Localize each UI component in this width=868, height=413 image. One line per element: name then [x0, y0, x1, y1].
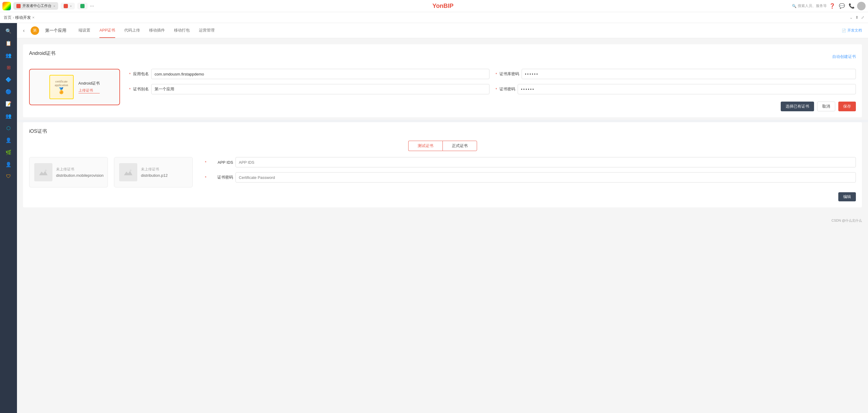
ios-content: 未上传证书 distribution.mobileprovision [29, 157, 856, 187]
dev-doc-link[interactable]: 📄 开发文档 [842, 28, 862, 33]
phone-icon[interactable]: 📞 [848, 3, 855, 9]
android-cert-row: certificateapplication 🏅 Android证书 上传证书 [29, 69, 856, 111]
android-section: Android证书 自动创建证书 certificateapplication … [23, 44, 862, 117]
required-star-certpw: * [496, 87, 497, 92]
app-ids-label: APP IDS [209, 160, 233, 165]
top-bar: 开发者中心工作台 × × ··· YonBIP 🔍 搜索人员、服务等 ❓ 💬 📞 [0, 0, 868, 12]
ios-p12-name: distribution.p12 [141, 173, 167, 178]
required-star-alias: * [129, 87, 131, 92]
ios-cert-boxes: 未上传证书 distribution.mobileprovision [29, 157, 193, 187]
edit-button[interactable]: 编辑 [838, 192, 856, 201]
nav-app-cert[interactable]: APP证书 [99, 23, 115, 38]
main-layout: 🔍 📋 👥 ⊞ 🔷 🔵 📝 👥 ⬡ 👤 🌿 👤 🛡 ‹ 第 第一个应用 端设置 … [0, 23, 868, 413]
home-tab[interactable]: 首页 [4, 15, 11, 20]
tab-3[interactable] [77, 3, 88, 9]
svg-point-0 [45, 170, 47, 171]
select-cert-button[interactable]: 选择已有证书 [781, 101, 814, 111]
message-icon[interactable]: 💬 [839, 3, 845, 9]
nav-mobile-package[interactable]: 移动打包 [174, 23, 190, 38]
android-cert-upload-box[interactable]: certificateapplication 🏅 Android证书 上传证书 [29, 69, 120, 105]
ios-cert-password-label: 证书密码 [209, 175, 233, 180]
ios-provision-info: 未上传证书 distribution.mobileprovision [56, 167, 104, 178]
top-icons: ❓ 💬 📞 [829, 3, 855, 9]
android-form-fields: * 应用包名 * 证书库密码 * [129, 69, 856, 111]
nav-mobile-plugin[interactable]: 移动插件 [149, 23, 165, 38]
app-content: ‹ 第 第一个应用 端设置 APP证书 代码上传 移动插件 移动打包 运营管理 … [17, 23, 868, 413]
tab-expand[interactable]: ⤢ [861, 15, 864, 20]
ios-cert-box-provision: 未上传证书 distribution.mobileprovision [29, 157, 108, 187]
required-star-appids: * [205, 160, 207, 165]
nav-code-upload[interactable]: 代码上传 [124, 23, 140, 38]
close-mobile-dev[interactable]: × [32, 15, 35, 20]
sidebar-grid[interactable]: 🔷 [3, 74, 14, 85]
alias-group: * 证书别名 [129, 84, 490, 94]
app-ids-input[interactable] [236, 157, 856, 167]
avatar[interactable] [857, 2, 866, 10]
dev-doc-label: 开发文档 [847, 28, 862, 33]
sidebar-apps[interactable]: ⊞ [3, 62, 14, 73]
footer: CSDN @什么北什么 [17, 216, 868, 225]
sidebar-users[interactable]: 👥 [3, 50, 14, 61]
sidebar-person[interactable]: 👤 [3, 159, 14, 170]
ios-cert-box-p12: 未上传证书 distribution.p12 [114, 157, 193, 187]
ios-tab-official[interactable]: 正式证书 [442, 141, 477, 151]
app-title: YonBIP [96, 2, 789, 9]
app-icon-text: 第 [33, 28, 37, 33]
footer-text: CSDN @什么北什么 [832, 218, 862, 222]
ios-section: iOS证书 测试证书 正式证书 [23, 122, 862, 207]
alias-input[interactable] [151, 84, 490, 94]
tab-icon-red [17, 4, 21, 8]
cert-upload-link[interactable]: 上传证书 [79, 88, 100, 93]
app-logo [2, 2, 11, 10]
ios-tabs: 测试证书 正式证书 [29, 141, 856, 151]
sidebar-person-plus[interactable]: 👤 [3, 135, 14, 146]
ios-provision-name: distribution.mobileprovision [56, 173, 104, 178]
ios-p12-info: 未上传证书 distribution.p12 [141, 167, 167, 178]
ios-tab-test[interactable]: 测试证书 [408, 141, 442, 151]
sidebar-layers[interactable]: ⬡ [3, 122, 14, 134]
tab-close-devworkbench[interactable]: × [53, 4, 55, 8]
nav-device-settings[interactable]: 端设置 [79, 23, 90, 38]
nav-items: 端设置 APP证书 代码上传 移动插件 移动打包 运营管理 [79, 23, 215, 38]
package-name-input[interactable] [151, 69, 490, 79]
mountain-icon-2 [123, 167, 133, 177]
sidebar-leaf[interactable]: 🌿 [3, 147, 14, 158]
sidebar-dashboard[interactable]: 📋 [3, 38, 14, 49]
package-name-label: 应用包名 [133, 71, 149, 77]
cert-password-label: 证书密码 [499, 86, 515, 92]
cancel-button[interactable]: 取消 [817, 101, 835, 111]
help-icon[interactable]: ❓ [829, 3, 835, 9]
tab-scroll-down[interactable]: ⌄ [849, 15, 853, 20]
tab-scroll-up[interactable]: ⬆ [855, 15, 859, 20]
sidebar-shield[interactable]: 🛡 [3, 171, 14, 182]
more-tabs[interactable]: ··· [90, 3, 94, 9]
auto-create-button[interactable]: 自动创建证书 [832, 54, 856, 59]
required-star-package: * [129, 72, 131, 77]
back-button[interactable]: ‹ [23, 28, 25, 33]
search-bar[interactable]: 🔍 搜索人员、服务等 [792, 3, 827, 8]
tab-devworkbench[interactable]: 开发者中心工作台 × [13, 2, 58, 10]
tab-2[interactable]: × [61, 3, 74, 9]
section-divider [17, 120, 868, 122]
sidebar-team[interactable]: 👥 [3, 110, 14, 121]
android-form-actions: 选择已有证书 取消 保存 [129, 101, 856, 111]
required-star-ios-certpw: * [205, 175, 207, 180]
tab-arrows: ⌄ ⬆ ⤢ [849, 15, 864, 20]
android-section-header: Android证书 自动创建证书 [29, 50, 856, 63]
save-button[interactable]: 保存 [838, 101, 856, 111]
app-ids-group: * APP IDS [205, 157, 856, 167]
app-header: ‹ 第 第一个应用 端设置 APP证书 代码上传 移动插件 移动打包 运营管理 … [17, 23, 868, 38]
sidebar-list[interactable]: 📝 [3, 98, 14, 109]
tab-close-2[interactable]: × [70, 4, 71, 8]
cert-password-group: * 证书密码 [496, 84, 856, 94]
keystore-password-input[interactable] [522, 69, 856, 79]
mobile-dev-tab[interactable]: 移动开发 [15, 15, 31, 20]
android-form-row-1: * 应用包名 * 证书库密码 [129, 69, 856, 79]
cert-info: Android证书 上传证书 [79, 81, 100, 93]
nav-ops[interactable]: 运营管理 [199, 23, 215, 38]
cert-password-input[interactable] [518, 84, 856, 94]
ios-cert-password-input[interactable] [236, 172, 856, 182]
sidebar-search[interactable]: 🔍 [3, 26, 14, 36]
cert-script-text: certificateapplication [55, 80, 68, 87]
sidebar-docs[interactable]: 🔵 [3, 86, 14, 97]
